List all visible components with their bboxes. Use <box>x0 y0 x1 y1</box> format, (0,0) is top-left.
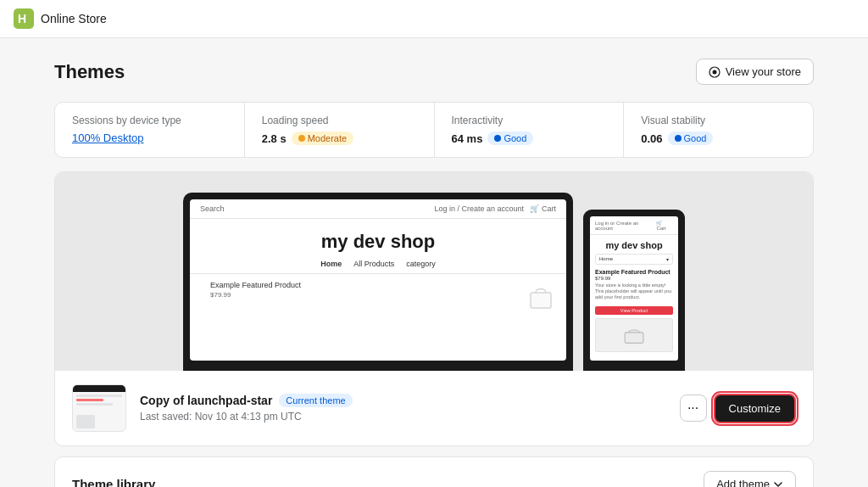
mobile-product-name: Example Featured Product <box>590 268 678 276</box>
svg-rect-4 <box>531 293 551 308</box>
theme-info-row: Copy of launchpad-star Current theme Las… <box>55 371 813 445</box>
featured-price: $79.99 <box>210 291 301 299</box>
svg-point-3 <box>712 70 716 74</box>
mobile-product-img <box>595 318 673 352</box>
metric-interactivity: Interactivity 64 ms Good <box>435 103 625 157</box>
metric-sessions-label: Sessions by device type <box>72 115 227 126</box>
library-section: Theme library Add theme These themes are… <box>54 456 814 487</box>
store-featured: Example Featured Product $79.99 <box>200 281 311 299</box>
loading-dot <box>298 135 305 142</box>
loading-badge: Moderate <box>292 132 353 145</box>
metrics-row: Sessions by device type 100% Desktop Loa… <box>54 102 814 158</box>
more-dots-icon: ··· <box>687 400 698 416</box>
library-header: Theme library Add theme <box>72 471 796 487</box>
customize-button[interactable]: Customize <box>714 394 796 423</box>
nav-category: category <box>406 260 436 268</box>
metric-visual: Visual stability 0.06 Good <box>624 103 813 157</box>
theme-section: Search Log in / Create an account 🛒 Cart… <box>54 171 814 446</box>
nav-search: Search <box>200 204 225 213</box>
theme-thumbnail <box>72 384 126 432</box>
mobile-view-product-btn[interactable]: View Product <box>595 306 673 315</box>
loading-number: 2.8 s <box>262 132 287 145</box>
mobile-cart: 🛒 Cart <box>656 220 673 231</box>
sessions-number[interactable]: 100% Desktop <box>72 132 144 144</box>
thumb-block <box>76 415 95 428</box>
store-title: my dev shop <box>190 219 566 260</box>
desktop-screen: Search Log in / Create an account 🛒 Cart… <box>190 199 566 361</box>
theme-name-row: Copy of launchpad-star Current theme <box>140 394 666 407</box>
store-nav-links: Home All Products category <box>190 260 566 274</box>
metric-loading-value: 2.8 s Moderate <box>262 132 417 145</box>
add-theme-label: Add theme <box>716 478 770 487</box>
featured-title: Example Featured Product <box>210 281 301 289</box>
more-options-button[interactable]: ··· <box>680 395 707 422</box>
theme-actions: ··· Customize <box>680 394 796 423</box>
nav-home: Home <box>320 260 342 268</box>
metric-loading: Loading speed 2.8 s Moderate <box>245 103 435 157</box>
chevron-down-icon <box>773 479 783 488</box>
theme-saved: Last saved: Nov 10 at 4:13 pm UTC <box>140 411 666 423</box>
desktop-mockup: Search Log in / Create an account 🛒 Cart… <box>183 193 573 371</box>
eye-icon <box>709 66 721 78</box>
page-header: Themes View your store <box>54 59 814 85</box>
mobile-mockup: Log in or Create an account 🛒 Cart my de… <box>583 210 685 371</box>
thumb-line-red <box>76 399 103 401</box>
metric-interactivity-label: Interactivity <box>452 115 607 126</box>
app-logo: H <box>14 8 34 29</box>
metric-interactivity-value: 64 ms Good <box>452 132 607 145</box>
metric-visual-value: 0.06 Good <box>641 132 796 145</box>
mobile-product-desc: Your store is looking a little empty! Th… <box>590 281 678 302</box>
metric-loading-label: Loading speed <box>262 115 417 126</box>
metric-sessions-value: 100% Desktop <box>72 132 227 144</box>
theme-details: Copy of launchpad-star Current theme Las… <box>140 394 666 423</box>
metric-visual-label: Visual stability <box>641 115 796 126</box>
thumb-body <box>73 392 125 431</box>
svg-text:H: H <box>18 12 26 25</box>
metric-sessions: Sessions by device type 100% Desktop <box>55 103 245 157</box>
store-nav-bar: Search Log in / Create an account 🛒 Cart <box>190 199 566 219</box>
top-nav: H Online Store <box>0 0 868 38</box>
view-store-button[interactable]: View your store <box>696 59 814 85</box>
mobile-dropdown: Home▾ <box>595 254 673 265</box>
product-bag-icon <box>526 281 556 311</box>
mobile-title: my dev shop <box>590 235 678 254</box>
add-theme-button[interactable]: Add theme <box>704 471 796 487</box>
mobile-screen: Log in or Create an account 🛒 Cart my de… <box>590 216 678 361</box>
visual-number: 0.06 <box>641 132 662 145</box>
app-title: Online Store <box>41 12 107 25</box>
main-content: Themes View your store Sessions by devic… <box>27 38 841 487</box>
mobile-login: Log in or Create an account <box>595 221 656 231</box>
current-theme-badge: Current theme <box>279 394 352 407</box>
mobile-bag-icon <box>622 326 646 344</box>
visual-dot <box>675 135 682 142</box>
theme-preview-area: Search Log in / Create an account 🛒 Cart… <box>55 172 813 371</box>
mobile-nav-bar: Log in or Create an account 🛒 Cart <box>590 216 678 235</box>
interactivity-number: 64 ms <box>452 132 483 145</box>
library-title: Theme library <box>72 477 155 487</box>
interactivity-badge: Good <box>487 132 533 145</box>
thumb-header <box>73 385 125 392</box>
nav-account: Log in / Create an account 🛒 Cart <box>434 204 556 213</box>
view-store-label: View your store <box>726 65 801 78</box>
nav-all-products: All Products <box>353 260 394 268</box>
interactivity-dot <box>494 135 501 142</box>
page-title: Themes <box>54 61 125 83</box>
svg-rect-5 <box>625 332 643 342</box>
visual-badge: Good <box>668 132 714 145</box>
thumb-line-1 <box>76 395 122 397</box>
theme-name: Copy of launchpad-star <box>140 394 272 407</box>
thumb-line-2 <box>76 403 113 406</box>
